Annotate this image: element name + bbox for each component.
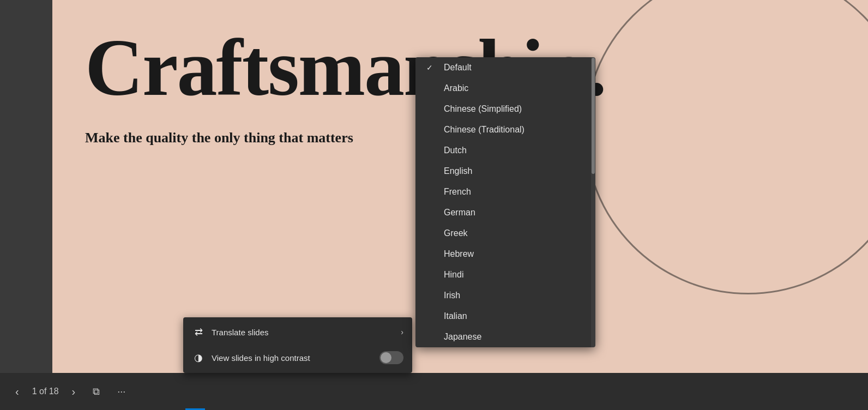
language-dropdown: ✓DefaultArabicChinese (Simplified)Chines… (415, 57, 595, 347)
lang-label-italian: Italian (444, 311, 467, 321)
lang-item-chinese-traditional[interactable]: Chinese (Traditional) (415, 119, 595, 140)
circle-decoration (584, 0, 868, 294)
lang-label-greek: Greek (444, 228, 468, 238)
lang-label-chinese-traditional: Chinese (Traditional) (444, 125, 525, 135)
scrollbar-thumb (592, 58, 595, 174)
lang-label-dutch: Dutch (444, 146, 467, 155)
translate-slides-item[interactable]: ⇄ Translate slides › (183, 319, 412, 345)
lang-item-irish[interactable]: Irish (415, 285, 595, 306)
prev-button[interactable]: ‹ (11, 383, 23, 400)
arrow-icon: › (401, 328, 403, 336)
high-contrast-toggle[interactable] (379, 351, 403, 364)
lang-item-hindi[interactable]: Hindi (415, 264, 595, 285)
lang-item-hebrew[interactable]: Hebrew (415, 244, 595, 264)
copy-button[interactable]: ⧉ (88, 384, 104, 400)
left-sidebar (0, 0, 52, 373)
lang-label-irish: Irish (444, 291, 460, 300)
lang-item-french[interactable]: French (415, 182, 595, 202)
high-contrast-item[interactable]: ◑ View slides in high contrast (183, 345, 412, 371)
lang-label-hebrew: Hebrew (444, 249, 474, 259)
page-info: 1 of 18 (32, 387, 59, 396)
lang-label-english: English (444, 166, 472, 176)
lang-label-japanese: Japanese (444, 332, 481, 342)
lang-item-german[interactable]: German (415, 202, 595, 223)
lang-item-default[interactable]: ✓Default (415, 57, 595, 78)
lang-item-greek[interactable]: Greek (415, 223, 595, 244)
contrast-icon: ◑ (192, 352, 205, 364)
dropdown-scrollbar[interactable] (591, 57, 595, 347)
translate-label: Translate slides (212, 328, 394, 337)
bottom-bar: ‹ 1 of 18 › ⧉ ··· (0, 373, 868, 410)
lang-label-default: Default (444, 63, 472, 73)
lang-label-german: German (444, 208, 475, 218)
context-menu: ⇄ Translate slides › ◑ View slides in hi… (183, 317, 412, 373)
more-button[interactable]: ··· (113, 384, 130, 400)
lang-item-dutch[interactable]: Dutch (415, 140, 595, 161)
high-contrast-label: View slides in high contrast (212, 353, 373, 363)
translate-icon: ⇄ (192, 326, 205, 338)
lang-item-japanese[interactable]: Japanese (415, 327, 595, 347)
lang-label-arabic: Arabic (444, 83, 468, 93)
next-button[interactable]: › (68, 383, 80, 400)
lang-item-arabic[interactable]: Arabic (415, 78, 595, 99)
lang-label-hindi: Hindi (444, 270, 463, 280)
lang-label-french: French (444, 187, 471, 197)
lang-label-chinese-simplified: Chinese (Simplified) (444, 104, 522, 114)
lang-item-italian[interactable]: Italian (415, 306, 595, 327)
lang-checkmark-default: ✓ (426, 63, 436, 72)
lang-item-english[interactable]: English (415, 161, 595, 182)
lang-item-chinese-simplified[interactable]: Chinese (Simplified) (415, 99, 595, 119)
